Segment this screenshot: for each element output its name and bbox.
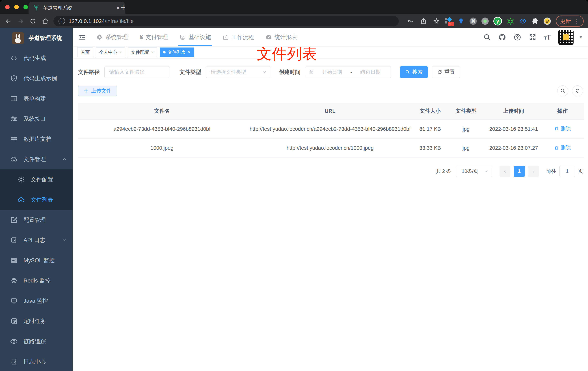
address-bar[interactable]: i 127.0.0.1:1024/infra/file/file xyxy=(53,16,399,26)
app-logo-row[interactable]: 芋道管理系统 xyxy=(0,28,73,48)
col-filesize: 文件大小 xyxy=(414,103,446,120)
top-menu: 系统管理 ¥ 支付管理 基础设施 工作流程 统计报表 xyxy=(96,28,297,46)
tag-close-icon[interactable]: × xyxy=(119,50,122,54)
tag-close-icon[interactable]: × xyxy=(151,50,154,54)
back-button[interactable] xyxy=(4,17,12,25)
home-button[interactable] xyxy=(41,17,49,25)
browser-tab[interactable]: 芋道管理系统 × xyxy=(29,2,125,14)
extension-eye-icon[interactable] xyxy=(519,17,527,25)
col-filename: 文件名 xyxy=(78,103,246,120)
sidebar-item-code-gen[interactable]: 代码生成 xyxy=(0,48,73,68)
grid-table-icon xyxy=(10,135,18,143)
start-date-placeholder[interactable]: 开始日期 xyxy=(315,69,349,75)
search-button[interactable]: 搜索 xyxy=(400,66,428,78)
zoom-window-button[interactable] xyxy=(23,5,28,9)
fullscreen-icon[interactable] xyxy=(529,33,536,41)
file-type-select[interactable]: 请选择文件类型 xyxy=(206,66,271,78)
site-info-icon[interactable]: i xyxy=(59,18,65,24)
sidebar-item-file-management[interactable]: 文件管理 xyxy=(0,149,73,170)
password-key-icon[interactable] xyxy=(407,18,414,25)
current-page-button[interactable]: 1 xyxy=(514,166,525,177)
font-size-icon[interactable]: TT xyxy=(544,33,551,41)
extension-gem-icon[interactable] xyxy=(457,17,465,25)
cell-url: http://test.yudao.iocoder.cn/1000.jpeg xyxy=(246,138,414,158)
date-range-picker[interactable]: 开始日期 - 结束日期 xyxy=(305,66,391,78)
topnav-label: 支付管理 xyxy=(146,33,168,41)
extension-y-icon[interactable]: y xyxy=(493,17,502,25)
reload-button[interactable] xyxy=(29,17,37,25)
close-window-button[interactable] xyxy=(5,5,10,9)
cell-filename: a294ecb2-73dd-4353-bf40-296b8931d0bf xyxy=(78,120,246,138)
tag-profile[interactable]: 个人中心 × xyxy=(96,47,125,57)
github-icon[interactable] xyxy=(498,33,506,41)
sidebar-item-file-config[interactable]: 文件配置 xyxy=(0,170,73,190)
extension-recorder-icon[interactable] xyxy=(482,18,489,25)
app-navbar: 系统管理 ¥ 支付管理 基础设施 工作流程 统计报表 xyxy=(73,28,588,46)
end-date-placeholder[interactable]: 结束日期 xyxy=(354,69,387,75)
monitor-icon xyxy=(10,297,18,305)
sidebar-item-tracing[interactable]: 链路追踪 xyxy=(0,331,73,351)
eye-icon xyxy=(10,338,18,345)
sidebar-item-label: 文件配置 xyxy=(31,176,53,183)
delete-label: 删除 xyxy=(560,125,571,133)
bookmark-star-icon[interactable] xyxy=(433,18,440,25)
tag-label: 文件列表 xyxy=(168,49,186,55)
sidebar-item-api-log[interactable]: API 日志 xyxy=(0,230,73,250)
sidebar-item-log-center[interactable]: 日志中心 xyxy=(0,351,73,371)
minimize-window-button[interactable] xyxy=(14,5,19,9)
goto-page-input[interactable] xyxy=(559,166,575,177)
page-size-select[interactable]: 10条/页 xyxy=(456,166,492,177)
tag-file-config[interactable]: 文件配置 × xyxy=(128,47,157,57)
forward-button[interactable] xyxy=(17,17,25,25)
delete-button[interactable]: 删除 xyxy=(554,144,571,152)
pagination: 共 2 条 10条/页 ‹ 1 › 前往 页 xyxy=(78,166,584,177)
reset-button[interactable]: 重置 xyxy=(432,66,460,78)
tab-close-icon[interactable]: × xyxy=(116,4,120,11)
sidebar-item-java-monitor[interactable]: Java 监控 xyxy=(0,291,73,311)
sidebar-item-scheduled-tasks[interactable]: 定时任务 xyxy=(0,311,73,331)
topnav-reports[interactable]: 统计报表 xyxy=(265,28,297,46)
share-icon[interactable] xyxy=(420,18,427,25)
prev-page-button[interactable]: ‹ xyxy=(500,166,510,177)
extension-emoji-icon[interactable] xyxy=(544,18,551,25)
sidebar-item-system-api[interactable]: 系统接口 xyxy=(0,109,73,129)
cell-filesize: 81.17 KB xyxy=(414,120,446,138)
sidebar-item-db-doc[interactable]: 数据库文档 xyxy=(0,129,73,149)
upload-file-button[interactable]: 上传文件 xyxy=(78,86,117,96)
file-type-label: 文件类型 xyxy=(179,68,201,76)
browser-update-button[interactable]: 更新 ⋮ xyxy=(556,16,584,27)
topnav-workflow[interactable]: 工作流程 xyxy=(222,28,254,46)
help-icon[interactable] xyxy=(514,33,521,41)
browser-menu-icon[interactable]: ⋮ xyxy=(574,20,579,22)
sidebar-item-file-list[interactable]: 文件列表 xyxy=(0,190,73,210)
sidebar-collapse-icon[interactable] xyxy=(78,33,86,41)
sidebar-item-config-management[interactable]: 配置管理 xyxy=(0,210,73,230)
chevron-down-icon xyxy=(262,70,267,74)
sidebar-item-mysql-monitor[interactable]: MySQL 监控 xyxy=(0,250,73,271)
next-page-button[interactable]: › xyxy=(528,166,539,177)
topnav-payment-management[interactable]: ¥ 支付管理 xyxy=(139,28,168,46)
reset-button-label: 重置 xyxy=(444,68,455,76)
topnav-infrastructure[interactable]: 基础设施 xyxy=(179,28,211,46)
extension-pin-icon[interactable]: 11 xyxy=(445,17,452,25)
sidebar-item-form-builder[interactable]: 表单构建 xyxy=(0,88,73,109)
extension-star-icon[interactable] xyxy=(507,17,514,25)
chevron-down-icon xyxy=(62,237,67,243)
avatar-caret-icon[interactable]: ▼ xyxy=(579,35,583,40)
sidebar-item-redis-monitor[interactable]: Redis 监控 xyxy=(0,271,73,291)
toggle-search-button[interactable] xyxy=(557,85,568,96)
extensions-puzzle-icon[interactable] xyxy=(531,17,539,25)
tag-home[interactable]: 首页 xyxy=(77,47,93,57)
refresh-table-button[interactable] xyxy=(572,85,583,96)
tag-file-list[interactable]: 文件列表 × xyxy=(160,47,194,57)
tag-label: 个人中心 xyxy=(99,49,117,55)
sidebar-item-code-demo[interactable]: 代码生成示例 xyxy=(0,68,73,88)
delete-button[interactable]: 删除 xyxy=(554,125,571,133)
extension-command-icon[interactable]: ⌘ xyxy=(470,18,477,25)
file-path-input[interactable] xyxy=(104,66,170,78)
tag-close-icon[interactable]: × xyxy=(188,50,190,54)
header-search-icon[interactable] xyxy=(483,33,491,41)
user-avatar[interactable] xyxy=(558,30,574,45)
new-tab-button[interactable]: + xyxy=(121,2,126,12)
topnav-system-management[interactable]: 系统管理 xyxy=(96,28,128,46)
